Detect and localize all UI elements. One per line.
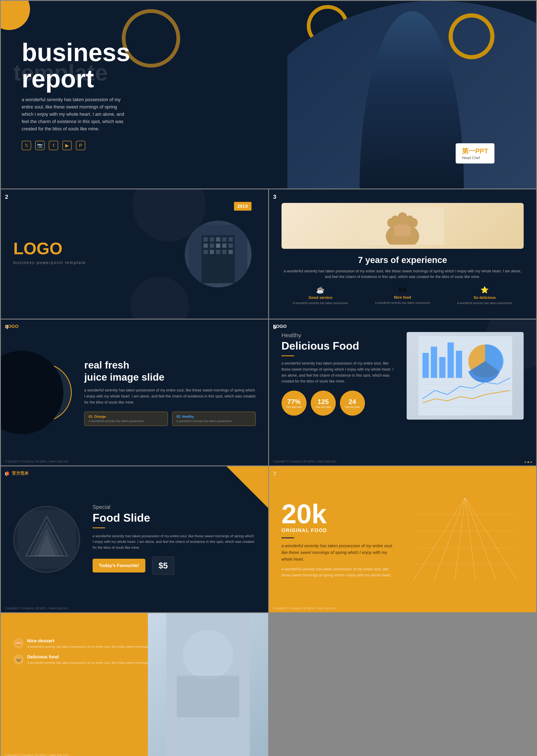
- dot-1[interactable]: [524, 461, 526, 463]
- slide-4-content: real fresh juice image slide a wonderful…: [72, 359, 256, 426]
- feature-nice-food: 🍽 Nice food A wonderful serenity has tak…: [363, 286, 441, 305]
- item2-text: A wonderful serenity has taken possessio…: [177, 419, 251, 423]
- instagram-icon[interactable]: 📷: [35, 141, 45, 150]
- slide-1-overlay: template: [13, 59, 107, 86]
- stat-2-label: Your text here: [314, 406, 332, 408]
- badge-title: 第一PPT: [462, 147, 488, 156]
- deco-circle-s2-2: [131, 277, 189, 319]
- slide-6-content: Special Food Slide a wonderful serenity …: [80, 504, 256, 575]
- service-desc: A wonderful serenity has taken possessio…: [281, 301, 359, 305]
- stat-1-label: Your text here: [285, 406, 303, 408]
- svg-rect-13: [210, 250, 214, 254]
- slide-1: business report template a wonderful ser…: [1, 1, 536, 189]
- dot-3[interactable]: [530, 461, 532, 463]
- svg-line-51: [434, 498, 465, 581]
- svg-rect-38: [447, 342, 454, 378]
- svg-rect-6: [228, 237, 233, 241]
- twitter-icon[interactable]: 𝕏: [22, 141, 31, 150]
- svg-rect-8: [210, 244, 214, 248]
- dot-2[interactable]: [527, 461, 529, 463]
- slide-6-box[interactable]: Today's Favourite!: [93, 559, 145, 572]
- slide-6-box-text: Today's Favourite!: [99, 563, 139, 568]
- slide-5-title: Delicious Food: [281, 340, 398, 352]
- svg-line-50: [413, 498, 465, 581]
- slide-3-num: 3: [273, 193, 276, 200]
- item2-desc: A wonderful serenity has taken possessio…: [27, 660, 149, 665]
- stat-3-label: Your text here: [343, 406, 361, 408]
- stat-1: 77% Your text here: [281, 391, 307, 416]
- item1-title: Nice dessert: [27, 638, 149, 644]
- facebook-icon[interactable]: f: [49, 141, 58, 150]
- building-svg: [189, 225, 247, 283]
- slide-6-logo-icon: 🏮: [5, 471, 10, 476]
- svg-rect-39: [456, 351, 462, 378]
- slide-4-items: 01. Orange A wonderful serenity has take…: [84, 412, 256, 426]
- svg-line-52: [455, 498, 465, 581]
- svg-line-54: [465, 498, 497, 581]
- food-label: Nice food: [363, 295, 441, 300]
- slide-5-copyright: Copyright © Company. All rights. | www.1…: [273, 460, 337, 463]
- svg-rect-2: [204, 237, 208, 241]
- delicious-icon: ⭐: [446, 286, 524, 294]
- item2-label: 02. Healthy: [177, 415, 251, 419]
- food-desc: A wonderful serenity has taken possessio…: [363, 301, 441, 305]
- slide-6-desc: a wonderful serenity has taken possessio…: [93, 533, 256, 550]
- slide-8-item-1-content: Nice dessert A wonderful serenity has ta…: [27, 638, 149, 649]
- slide-4-desc: a wonderful serenity has taken possessio…: [84, 387, 256, 405]
- stat-3: 24 Your text here: [340, 391, 365, 416]
- stat-2-num: 125: [318, 398, 329, 406]
- slide-1-right: 第一PPT Head Chef: [287, 1, 536, 189]
- item1-label: 01. Orange: [89, 415, 163, 419]
- youtube-icon[interactable]: ▶: [62, 141, 72, 150]
- slide-4-item-1: 01. Orange A wonderful serenity has take…: [84, 412, 168, 426]
- slide-6-logo-text: 官方范本: [12, 471, 28, 476]
- name-badge: 第一PPT Head Chef: [456, 143, 494, 163]
- slide-4-title: real fresh juice image slide: [84, 359, 256, 383]
- slide-7-num: 7: [273, 471, 276, 477]
- grid-svg: [407, 498, 524, 581]
- svg-rect-7: [204, 244, 208, 248]
- service-label: Good service: [281, 296, 359, 300]
- slide-4-logo: LOGO: [5, 324, 19, 329]
- slide-7-right: [407, 498, 524, 581]
- hand-svg: [361, 207, 444, 245]
- slide-6-title: Food Slide: [93, 511, 256, 524]
- slide-3-image: [281, 203, 524, 249]
- slide-5-subtitle: Healthy: [281, 332, 398, 339]
- svg-rect-10: [222, 244, 227, 248]
- dessert-icon: 🍰: [13, 638, 24, 649]
- slide-8-copyright: Copyright © Company. All rights. | www.1…: [5, 753, 68, 756]
- slide-5-right: [407, 332, 524, 453]
- svg-rect-35: [423, 353, 429, 378]
- slide-2: 2 LOGO business powerpoint template 201X: [1, 189, 268, 319]
- food-icon-s8: 🍲: [13, 654, 24, 665]
- svg-rect-11: [228, 244, 233, 248]
- stat-3-num: 24: [349, 398, 356, 406]
- deco-ring: [449, 13, 494, 59]
- slide-8-item-2-content: Delicious food A wonderful serenity has …: [27, 654, 149, 665]
- slide-7-desc: a wonderful serenity has taken possessio…: [281, 566, 398, 578]
- slide-1-left: business report template a wonderful ser…: [1, 22, 287, 167]
- svg-line-55: [465, 498, 517, 581]
- slide-8-image: [148, 613, 268, 756]
- slide-3-desc: a wonderful serenity has taken possessio…: [281, 269, 524, 280]
- feature-good-service: ☕ Good service A wonderful serenity has …: [281, 286, 359, 305]
- badge-sub: Head Chef: [462, 156, 488, 160]
- year-badge: 201X: [234, 202, 251, 211]
- item1-text: A wonderful serenity has taken possessio…: [89, 419, 163, 423]
- slide-5-desc: a wonderful serenity has taken possessio…: [281, 360, 398, 384]
- svg-rect-14: [216, 250, 220, 254]
- svg-line-60: [465, 498, 486, 581]
- slide-4-copyright: Copyright © Company. All rights. | www.1…: [5, 460, 68, 463]
- pinterest-icon[interactable]: P: [76, 141, 85, 150]
- slide-6: 6 🏮 官方范本 Special Food Slide a wonderful …: [1, 466, 268, 612]
- slide-5-left: Healthy Delicious Food a wonderful seren…: [281, 332, 407, 453]
- slide-6-divider: [93, 527, 105, 528]
- svg-line-53: [465, 498, 476, 581]
- slide-7: 7 20k ORIGINAL FOOD a wonderful serenity…: [269, 466, 536, 612]
- slide-6-cta: Today's Favourite! $5: [93, 557, 256, 575]
- slide-7-divider: [281, 537, 294, 538]
- slide-2-num: 2: [5, 193, 8, 200]
- charts-svg: [418, 336, 512, 415]
- item1-desc: A wonderful serenity has taken possessio…: [27, 645, 149, 649]
